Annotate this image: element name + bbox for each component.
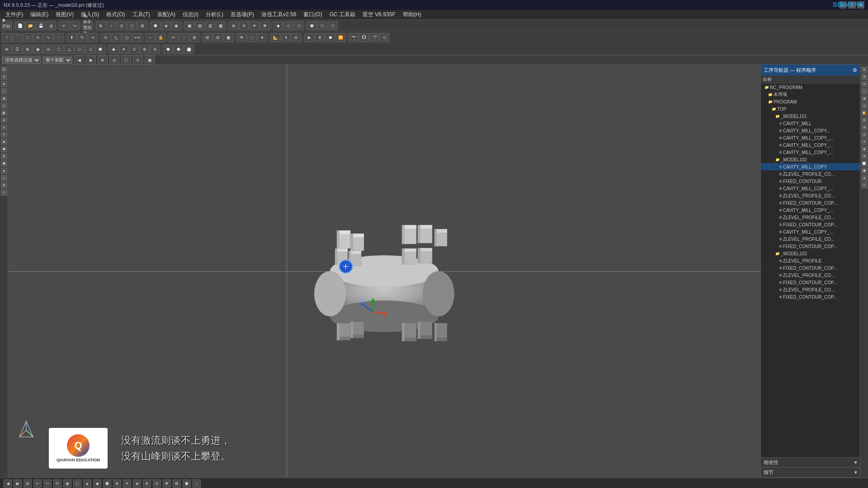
menu-format[interactable]: 格式(O) (103, 10, 128, 19)
left-icon-11[interactable]: ◆ (1, 139, 7, 145)
status-btn-15[interactable]: ⊗ (143, 479, 151, 488)
section-btn[interactable]: ⊖ (291, 33, 301, 42)
status-btn-19[interactable]: ⬟ (183, 479, 191, 488)
tree-cavity-mill-copy[interactable]: ⚙ CAVITY_MILL_COPY (761, 163, 860, 170)
right-icon-9[interactable]: ⊗ (861, 124, 868, 131)
extra-btn3[interactable]: ⊙ (129, 45, 139, 54)
constraint-btn[interactable]: 🔒 (156, 33, 165, 42)
status-btn-6[interactable]: ⟳ (53, 479, 61, 488)
status-btn-17[interactable]: ❋ (163, 479, 171, 488)
tree-model101[interactable]: 📁 _MODEL101 (761, 113, 860, 120)
right-icon-8[interactable]: ⊞ (861, 117, 868, 123)
print-btn[interactable]: 🖨 (46, 21, 56, 30)
tree-fixed-7[interactable]: ⚙ FIXED_CONTOUR_COP... (761, 293, 860, 300)
left-icon-16[interactable]: ⊙ (1, 175, 7, 181)
open-btn[interactable]: 📂 (25, 21, 35, 30)
nav-btn7[interactable]: △ (64, 45, 74, 54)
filter-btn2[interactable]: ▶ (86, 56, 96, 65)
btn-e[interactable]: ⊞ (137, 21, 147, 30)
tree-top[interactable]: 📁 TOP (761, 105, 860, 113)
filter-select-1[interactable]: 没有选择过滤 (2, 56, 41, 64)
info-btn[interactable]: ℹ (281, 33, 291, 42)
tree-zlevel-6[interactable]: ⚙ ZLEVEL_PROFILE_CO... (761, 272, 860, 279)
left-icon-9[interactable]: ⊘ (1, 124, 7, 131)
pause-btn[interactable]: ⏸ (315, 33, 325, 42)
menu-preferences[interactable]: 首选项(P) (227, 10, 258, 19)
nav-btn5[interactable]: ◎ (43, 45, 53, 54)
menu-help[interactable]: 帮助(H) (399, 10, 425, 19)
left-icon-10[interactable]: ✦ (1, 131, 7, 138)
rect-btn[interactable]: □ (23, 33, 33, 42)
status-btn-8[interactable]: ⬡ (73, 479, 81, 488)
cam2-btn[interactable]: 🎞 (359, 33, 369, 42)
left-icon-6[interactable]: ◎ (1, 103, 7, 109)
tree-fixed-2[interactable]: ⚙ FIXED_CONTOUR_COP... (761, 199, 860, 206)
redo-btn[interactable]: ↪ (70, 21, 80, 30)
status-btn-20[interactable]: ○ (193, 479, 201, 488)
shell-btn[interactable]: ◻ (122, 33, 132, 42)
nav-btn6[interactable]: ⬡ (54, 45, 64, 54)
btn-t[interactable]: ⬟ (307, 21, 317, 30)
right-icon-7[interactable]: 🔔 (861, 110, 868, 116)
tree-model103[interactable]: 📁 _MODEL103 (761, 250, 860, 257)
menu-star[interactable]: 星空 V6.935F (359, 10, 399, 19)
btn-n[interactable]: ⊘ (239, 21, 249, 30)
menu-analysis[interactable]: 分析(L) (202, 10, 227, 19)
filter-btn7[interactable]: ▣ (145, 56, 155, 65)
left-icon-8[interactable]: ⊗ (1, 117, 7, 123)
nav-btn10[interactable]: ⬟ (95, 45, 105, 54)
tree-op-0[interactable]: ⚙ CAVITY_MILL (761, 120, 860, 127)
nav-btn1[interactable]: ⊕ (2, 45, 12, 54)
cam4-btn[interactable]: ⏲ (380, 33, 390, 42)
extend-btn[interactable]: → (179, 33, 189, 42)
filter-btn4[interactable]: ◎ (109, 56, 119, 65)
trim-btn[interactable]: ✂ (169, 33, 179, 42)
status-btn-13[interactable]: ✦ (123, 479, 131, 488)
status-btn-1[interactable]: ◀ (4, 479, 12, 488)
line-btn[interactable]: / (2, 33, 12, 42)
tree-zlevel-4[interactable]: ⚙ ZLEVEL_PROFILE_CO... (761, 235, 860, 243)
stop-btn[interactable]: ⏹ (325, 33, 335, 42)
tree-zlevel-5[interactable]: ⚙ ZLEVEL_PROFILE (761, 257, 860, 264)
status-btn-9[interactable]: ▲ (83, 479, 91, 488)
btn-f[interactable]: ⬢ (151, 21, 160, 30)
group-btn[interactable]: ▣ (223, 33, 233, 42)
tree-unused[interactable]: 📁 未用项 (761, 91, 860, 98)
dependency-dropdown[interactable]: 相依性 ▾ (761, 458, 860, 468)
right-icon-11[interactable]: ✦ (861, 139, 868, 145)
viewport[interactable]: ZC Q QIANYAN EDUCATION 没有激流则谈不上勇进， 没有山峰则… (8, 65, 760, 478)
btn-v[interactable]: ⬡ (328, 21, 338, 30)
nav-btn9[interactable]: ◁ (85, 45, 95, 54)
right-icon-17[interactable]: ⊙ (861, 182, 868, 188)
extra-btn6[interactable]: ⬢ (163, 45, 173, 54)
left-icon-18[interactable]: ◇ (1, 189, 7, 196)
right-icon-14[interactable]: 🕐 (861, 160, 868, 167)
left-icon-14[interactable]: ⬟ (1, 160, 7, 167)
right-icon-5[interactable]: ◉ (861, 95, 868, 102)
btn-r[interactable]: ◇ (283, 21, 293, 30)
status-btn-4[interactable]: ↩ (33, 479, 42, 488)
btn-c[interactable]: ◎ (117, 21, 127, 30)
status-btn-5[interactable]: ↪ (43, 479, 52, 488)
tree-model102[interactable]: 📁 _MODEL102 (761, 156, 860, 163)
tree-fixed-3[interactable]: ⚙ FIXED_CONTOUR_COP... (761, 221, 860, 228)
tree-op-5[interactable]: ⚙ CAVITY_MILL_COPY_... (761, 185, 860, 192)
chamfer-btn[interactable]: ◺ (111, 33, 121, 42)
left-icon-1[interactable]: ⊞ (1, 66, 7, 73)
btn-o[interactable]: ✦ (250, 21, 259, 30)
array-btn[interactable]: ⊟ (213, 33, 223, 42)
tree-zlevel-3[interactable]: ⚙ ZLEVEL_PROFILE_CO... (761, 214, 860, 221)
filter-btn1[interactable]: ◀ (74, 56, 84, 65)
show-btn[interactable]: ● (257, 33, 267, 42)
btn-g[interactable]: ◈ (161, 21, 171, 30)
btn-a[interactable]: ⊕ (96, 21, 106, 30)
detail-dropdown[interactable]: 细节 ▾ (761, 468, 860, 478)
tree-fixed-5[interactable]: ⚙ FIXED_CONTOUR_COP... (761, 264, 860, 272)
filter-select-2[interactable]: 整个装配 (42, 56, 72, 64)
left-icon-17[interactable]: ✿ (1, 182, 7, 188)
tree-op-6[interactable]: ⚙ CAVITY_MILL_COPY_... (761, 206, 860, 214)
right-icon-12[interactable]: ◆ (861, 146, 868, 152)
left-icon-3[interactable]: ⊕ (1, 81, 7, 87)
tree-fixed-1[interactable]: ⚙ FIXED_CONTOUR (761, 178, 860, 185)
status-btn-7[interactable]: ◉ (63, 479, 71, 488)
